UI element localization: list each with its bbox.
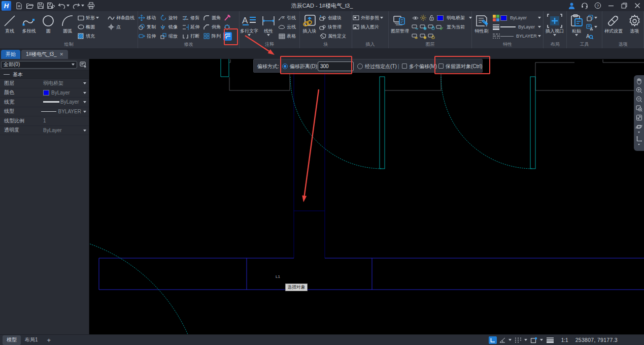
object-snap-toggle[interactable] [530,336,537,344]
model-tab[interactable]: 模型 [3,335,21,345]
polar-tracking-dropdown[interactable] [509,338,512,341]
ribbon-button-插入图片[interactable]: 插入图片 [352,22,386,32]
ribbon-button-点[interactable]: 点 [108,22,136,32]
current-layer-name[interactable]: 弱电桥架 [447,15,465,21]
quick-select-button[interactable] [78,60,88,69]
property-row-2[interactable]: BYLAYER [491,32,543,41]
through-point-radio[interactable] [357,64,363,69]
layeron2-button[interactable] [411,33,419,40]
dropdown-caret-icon[interactable] [538,35,541,38]
ribbon-button-块管理[interactable]: 块管理 [319,22,348,32]
property-row-线型[interactable]: 线型BYLAYER [0,107,89,117]
ribbon-button-旋转[interactable]: 旋转 [160,13,182,22]
orbit-button[interactable] [635,122,643,131]
offset-distance-input[interactable]: 300 [318,61,354,71]
zoom-extents-button[interactable] [635,113,643,121]
ribbon-button-矩形[interactable]: 矩形 [77,13,108,22]
restore-button[interactable] [618,0,631,11]
ribbon-button-线性[interactable]: 线性 [259,13,278,42]
dropdown-caret-icon[interactable] [267,34,270,37]
dropdown-caret-icon[interactable] [96,16,99,19]
ribbon-button-插入视口[interactable]: 插入视口 [544,13,566,42]
snap-grid-dropdown[interactable] [524,338,527,341]
ribbon-button-云线[interactable]: 云线 [278,22,300,32]
ribbon-button-填充[interactable]: 填充 [77,32,108,41]
ribbon-button-倒角[interactable]: 倒角 [203,22,223,32]
lineweight-display-toggle[interactable] [546,336,554,344]
ribbon-button-椭圆[interactable]: 椭圆 [77,22,108,32]
ribbon-button-explode[interactable] [223,22,234,32]
properties-section-header[interactable]: 基本 [0,70,89,79]
ribbon-button-延伸[interactable]: 延伸 [182,22,203,32]
layer-color-swatch[interactable] [437,15,444,21]
app-logo-icon[interactable]: H [2,1,11,11]
minimize-button[interactable] [604,0,618,11]
close-tab-icon[interactable]: ✕ [60,52,64,57]
ribbon-button-引线[interactable]: A引线 [278,13,300,22]
ribbon-button-打断[interactable]: 打断 [182,32,203,41]
ribbon-button-插入块[interactable]: 插入块 [300,13,319,42]
ribbon-button-镜像[interactable]: 镜像 [160,22,182,32]
layout1-tab[interactable]: 布局1 [21,335,42,345]
layerunlock2-button[interactable] [427,33,435,40]
property-row-线宽[interactable]: 线宽ByLayer [0,98,89,107]
chevron-down-icon[interactable] [81,81,89,85]
ribbon-button-样条曲线[interactable]: 样条曲线 [108,13,136,22]
ucs-button[interactable] [635,135,643,143]
dropdown-caret-icon[interactable] [594,16,597,19]
ribbon-button-图层管理[interactable]: 图层管理 [389,13,411,42]
ribbon-button-属性定义[interactable]: 属性定义 [319,32,348,41]
multiple-offset-checkbox[interactable] [402,64,407,69]
ribbon-button-erase[interactable] [223,13,234,22]
ortho-toggle[interactable] [489,336,497,344]
property-row-图层[interactable]: 图层弱电桥架 [0,79,89,88]
layerthaw2-button[interactable] [419,33,427,40]
dropdown-caret-icon[interactable] [538,16,541,19]
ribbon-button-多行文字[interactable]: A多行文字 [240,13,259,42]
layercur-button[interactable] [435,23,444,30]
ribbon-button-拉伸[interactable]: 拉伸 [138,32,160,41]
dropdown-caret-icon[interactable] [380,16,383,19]
ribbon-button-选项[interactable]: 选项 [625,13,644,42]
dropdown-caret-icon[interactable] [538,25,541,28]
set-current-layer-button[interactable]: 置为当前 [447,24,465,30]
eye-button[interactable] [411,14,419,21]
zoom-in-button[interactable] [635,86,643,94]
document-tab-1#楼电气_t3_[interactable]: 1#楼电气_t3_✕ [21,50,68,59]
ribbon-button-外部参照[interactable]: 外部参照 [352,13,386,22]
open-button[interactable] [25,1,35,10]
close-button[interactable] [631,0,644,11]
pan-button[interactable] [635,77,643,85]
ribbon-button-offset[interactable] [223,32,234,41]
offset-distance-radio[interactable] [282,64,288,69]
chevron-down-icon[interactable] [81,129,89,132]
new-file-button[interactable] [14,1,24,10]
ribbon-button-表格[interactable]: 表格 [278,32,300,41]
account-button[interactable] [565,0,578,11]
add-layout-button[interactable]: + [42,335,56,345]
object-snap-dropdown[interactable] [540,338,543,341]
ribbon-button-粘贴[interactable]: 粘贴 [567,13,586,42]
zoom-window-button[interactable] [635,104,643,112]
ribbon-button-复制[interactable]: 复制 [138,22,160,32]
zoom-out-button[interactable] [635,95,643,103]
redo-button[interactable] [72,1,81,10]
ribbon-button-多段线[interactable]: 多段线 [19,13,39,42]
ribbon-button-修剪[interactable]: 修剪 [182,13,203,22]
property-row-线型比例[interactable]: 线型比例1 [0,116,89,126]
ribbon-button-圆弧[interactable]: 圆弧 [58,13,77,42]
chevron-down-icon[interactable] [81,91,89,95]
property-row-0[interactable]: ByLayer [491,13,543,22]
support-button[interactable] [578,0,591,11]
chevron-down-icon[interactable] [81,110,89,113]
orbit-dropdown[interactable] [638,131,640,134]
dropdown-caret-icon[interactable] [575,34,578,37]
document-tab-开始[interactable]: 开始 [1,50,20,59]
snap-grid-toggle[interactable] [515,336,522,344]
ucs-dropdown[interactable] [638,143,640,146]
sun-button[interactable] [419,14,427,21]
ribbon-button-圆[interactable]: 圆 [39,13,58,42]
ribbon-button-缩放[interactable]: 缩放 [160,32,182,41]
ribbon-button-阵列[interactable]: 阵列 [203,32,223,41]
unlock-button[interactable] [427,14,435,21]
